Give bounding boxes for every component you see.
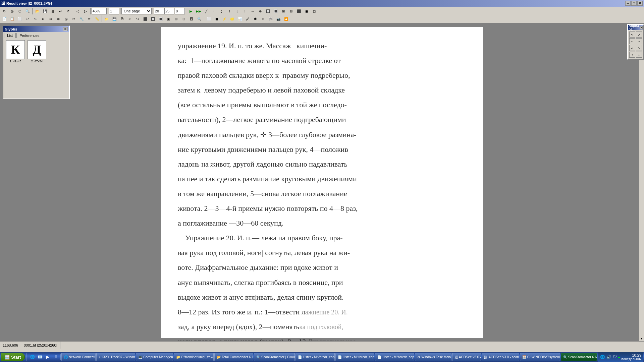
taskbar-app-computer-mgmt[interactable]: 💻 Computer Management bbox=[136, 353, 173, 361]
tb-c3[interactable]: ⟩ bbox=[218, 7, 225, 15]
adj-btn-down[interactable]: ↓ bbox=[636, 52, 642, 58]
tb-green1[interactable]: ▶ bbox=[187, 7, 195, 15]
tb2-37[interactable]: 🔼 bbox=[282, 15, 290, 22]
taskbar-app-acdsee2[interactable]: 🖼 ACDSee v3.0 - scanshik bbox=[482, 353, 519, 361]
tb2-2[interactable]: 📋 bbox=[8, 15, 16, 22]
tb-c5[interactable]: ⤹ bbox=[233, 7, 241, 15]
taskbar-app-orcdr[interactable]: 📁 C:\frominet\knigi_zakazy... bbox=[174, 353, 214, 361]
scroll-track[interactable] bbox=[639, 29, 644, 336]
tb2-21[interactable]: 🔳 bbox=[157, 15, 164, 22]
tb2-28[interactable]: ◼ bbox=[213, 15, 220, 22]
tb2-31[interactable]: 📊 bbox=[236, 15, 244, 22]
tb2-27[interactable]: ⬜ bbox=[205, 15, 213, 22]
tab-preferences[interactable]: Preferences bbox=[16, 33, 42, 38]
tb2-24[interactable]: ⊟ bbox=[180, 15, 187, 22]
tab-list[interactable]: List bbox=[4, 33, 16, 38]
tb2-33[interactable]: ✱ bbox=[252, 15, 259, 22]
tb2-19[interactable]: ⬛ bbox=[142, 15, 149, 22]
tb-arrow-left[interactable]: ◁ bbox=[74, 7, 82, 15]
tb-btn-1[interactable]: ⟳ bbox=[1, 7, 8, 15]
tb2-20[interactable]: 🔲 bbox=[149, 15, 157, 22]
tb2-22[interactable]: ▣ bbox=[165, 15, 172, 22]
tray-icon-network[interactable]: 🌐 bbox=[600, 355, 605, 360]
tb2-12[interactable]: ✏ bbox=[86, 15, 93, 22]
tb2-13[interactable]: 📏 bbox=[93, 15, 101, 22]
tb-save[interactable]: 💾 bbox=[41, 7, 49, 15]
taskbar-app-lister3[interactable]: 📄 Lister - M:\forcdr_copye... bbox=[375, 353, 414, 361]
tb-c12[interactable]: ⊟ bbox=[287, 7, 295, 15]
adj-btn-up[interactable]: ↑ bbox=[629, 52, 635, 58]
taskbar-app-winamp[interactable]: ♪ 1320. Track07 - Winamp ... bbox=[96, 353, 136, 361]
taskbar-app-acdsee1[interactable]: 🖼 ACDSee v3.0 - t7 bbox=[452, 353, 481, 361]
tb-print[interactable]: 🖨 bbox=[49, 7, 56, 15]
start-button[interactable]: 🪟 Start bbox=[1, 353, 25, 361]
tb-c15[interactable]: ◻ bbox=[311, 7, 318, 15]
tb2-7[interactable]: ➡ bbox=[47, 15, 54, 22]
document-view[interactable]: упражнение 19. И. п. то же. Массаж кишеч… bbox=[0, 23, 644, 341]
ql-media[interactable]: ▶ bbox=[45, 354, 51, 360]
tb2-8[interactable]: ⊕ bbox=[55, 15, 62, 22]
tb2-32[interactable]: 🖊 bbox=[244, 15, 251, 22]
taskbar-app-scanrotor[interactable]: 🔍 ScanKromsator | СканКр... bbox=[254, 353, 295, 361]
tb-undo[interactable]: ↺ bbox=[64, 7, 72, 15]
ql-ie[interactable]: 🌐 bbox=[29, 354, 36, 360]
tb-c4[interactable]: ⤸ bbox=[226, 7, 233, 15]
tray-icon-antivirus[interactable]: 🛡 bbox=[613, 355, 617, 360]
maximize-button[interactable]: □ bbox=[631, 1, 637, 6]
tb2-30[interactable]: 🌟 bbox=[228, 15, 236, 22]
tb-c10[interactable]: 🔳 bbox=[272, 7, 279, 15]
tb-c11[interactable]: ⊞ bbox=[280, 7, 287, 15]
tb2-4[interactable]: ↩ bbox=[24, 15, 31, 22]
glyph-item-2[interactable]: Д 2: 47x54 bbox=[27, 40, 47, 97]
tb2-1[interactable]: 📄 bbox=[1, 15, 8, 22]
taskbar-app-taskmgr[interactable]: ⚙ Windows Task Manager bbox=[415, 353, 451, 361]
tb2-18[interactable]: ↪ bbox=[134, 15, 141, 22]
close-button[interactable]: ✕ bbox=[637, 1, 643, 6]
taskbar-app-lister2[interactable]: 📄 Lister - M:\forcdr_copye... bbox=[335, 353, 375, 361]
glyph-char-1[interactable]: К bbox=[6, 40, 25, 59]
tb2-29[interactable]: ⚡ bbox=[221, 15, 228, 22]
tb2-35[interactable]: 🏁 bbox=[267, 15, 274, 22]
tray-icon-sound[interactable]: 🔊 bbox=[606, 355, 611, 360]
tb2-34[interactable]: ⊕ bbox=[259, 15, 267, 22]
tb2-6[interactable]: ⬅ bbox=[39, 15, 47, 22]
adj-btn-right[interactable]: → bbox=[636, 38, 642, 44]
tb2-25[interactable]: 🖼 bbox=[188, 15, 195, 22]
tb2-14[interactable]: 📁 bbox=[103, 15, 110, 22]
taskbar-app-lister1[interactable]: 📄 Lister - M:\forcdr_copye... bbox=[296, 353, 335, 361]
tb2-23[interactable]: ⊞ bbox=[172, 15, 180, 22]
tb-btn-2[interactable]: ◎ bbox=[8, 7, 16, 15]
tb2-5[interactable]: ↪ bbox=[32, 15, 39, 22]
glyph-char-2[interactable]: Д bbox=[28, 40, 46, 59]
adj-btn-up-left[interactable]: ↖ bbox=[629, 32, 635, 38]
val2-input[interactable] bbox=[164, 8, 174, 14]
tb-c1[interactable]: ╱ bbox=[203, 7, 210, 15]
tb-open[interactable]: 📂 bbox=[34, 7, 41, 15]
tb2-10[interactable]: ✂ bbox=[70, 15, 77, 22]
val3-input[interactable] bbox=[175, 8, 185, 14]
tb-c2[interactable]: ⟨ bbox=[210, 7, 218, 15]
tb2-3[interactable]: ⬜ bbox=[16, 15, 23, 22]
scroll-down-button[interactable]: ▼ bbox=[639, 336, 644, 341]
tb-scan[interactable]: ↩ bbox=[57, 7, 64, 15]
tb2-15[interactable]: 💾 bbox=[111, 15, 118, 22]
val1-input[interactable] bbox=[154, 8, 164, 14]
tb2-16[interactable]: 🖹 bbox=[118, 15, 126, 22]
tb2-11[interactable]: 🔧 bbox=[78, 15, 85, 22]
adj-btn-up-right[interactable]: ↗ bbox=[636, 32, 642, 38]
page-mode-select[interactable]: One page Two pages bbox=[121, 8, 152, 14]
adj-btn-down-left[interactable]: ↙ bbox=[629, 45, 635, 51]
tb-c8[interactable]: ⊕ bbox=[257, 7, 264, 15]
glyphs-close-button[interactable]: ✕ bbox=[63, 27, 68, 31]
taskbar-app-scanw[interactable]: 🔍 ScanKromsator 6.6 [\... bbox=[561, 353, 597, 361]
adj-btn-down-right[interactable]: ↘ bbox=[636, 45, 642, 51]
tb2-26[interactable]: 🔍 bbox=[196, 15, 203, 22]
tb-arrow-right[interactable]: ▷ bbox=[82, 7, 89, 15]
glyph-item-1[interactable]: К 1: 49x45 bbox=[5, 40, 25, 97]
adjust-close-button[interactable]: ✕ bbox=[640, 26, 643, 29]
tb-c13[interactable]: ⬛ bbox=[295, 7, 303, 15]
tb-green2[interactable]: ▶▶ bbox=[195, 7, 202, 15]
taskbar-app-winsys[interactable]: 🪟 C:\WINDOWS\system32... bbox=[520, 353, 560, 361]
tb-c14[interactable]: ◼ bbox=[303, 7, 310, 15]
ql-outlook[interactable]: 📧 bbox=[37, 354, 44, 360]
